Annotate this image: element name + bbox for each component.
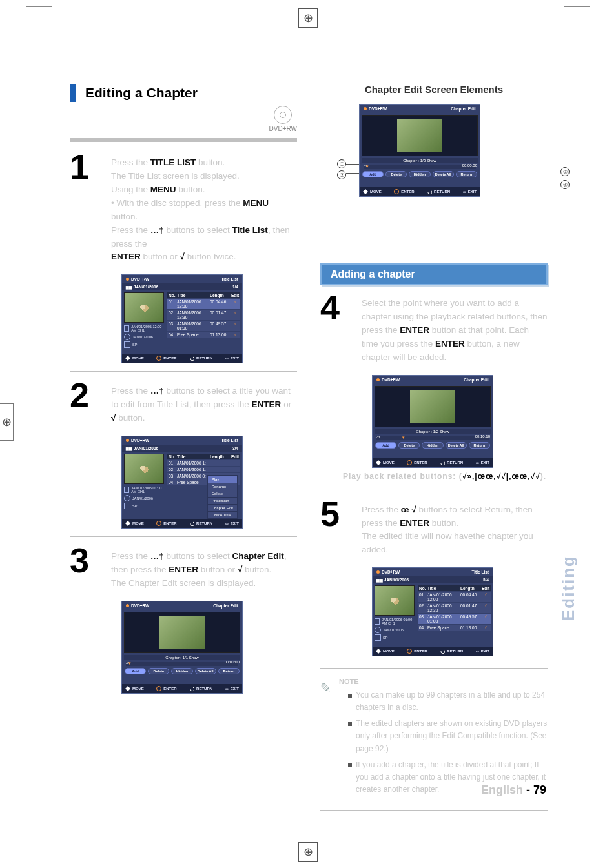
cropmark-bottom: ⊕ xyxy=(298,842,318,862)
svg-marker-8 xyxy=(376,460,381,465)
note-label: NOTE xyxy=(339,676,548,688)
section-heading: Editing a Chapter xyxy=(70,84,297,102)
divider xyxy=(320,490,548,490)
screenshot-chapter-edit: DVD+RW Chapter Edit Chapter : 1/1 Show ▱… xyxy=(121,601,243,694)
svg-point-3 xyxy=(157,521,161,526)
divider xyxy=(320,254,548,254)
chapter-edit-elements-diagram: ① ② ③ ④ DVD+RW Chapter Edit Ch xyxy=(359,104,548,197)
svg-point-1 xyxy=(157,356,161,361)
disc-badge-label: DVD+RW xyxy=(269,125,297,132)
heading-bar xyxy=(70,84,76,102)
divider: DVD+RW xyxy=(70,138,297,142)
step-4-number: 4 xyxy=(320,292,350,365)
note-list: You can make up to 99 chapters in a titl… xyxy=(339,689,548,796)
playhead-icon: ▾ xyxy=(128,661,131,666)
corner-top-left xyxy=(26,6,52,33)
panel-thumbnail xyxy=(124,454,164,484)
step-2: 2 Press the …† buttons to select a title… xyxy=(70,379,297,425)
divider xyxy=(320,810,548,811)
step-2-number: 2 xyxy=(70,379,99,425)
callout-4: ④ xyxy=(560,180,570,189)
step-4-text: Select the point where you want to add a… xyxy=(362,292,548,365)
svg-marker-2 xyxy=(125,521,130,526)
panel-table: No. Title Length Edit 01JAN/01/2006 12:0… xyxy=(167,292,240,348)
svg-point-11 xyxy=(407,649,412,654)
step-1-text: Press the TITLE LIST button. The Title L… xyxy=(111,151,297,264)
svg-marker-0 xyxy=(125,356,130,361)
subsection-banner: Adding a chapter xyxy=(320,263,548,285)
panel-counter: 1/4 xyxy=(232,285,238,289)
note-item: You can make up to 99 chapters in a titl… xyxy=(348,689,548,714)
panel-date: ▆▆ JAN/01/2006 xyxy=(126,285,158,289)
playback-symbols: Play back related buttons: (√»,|œœ,√√|,œ… xyxy=(320,469,548,482)
page-content: Editing a Chapter DVD+RW 1 Press the TIT… xyxy=(70,84,548,818)
pill-row: Add Delete Hidden Delete All Return xyxy=(125,668,240,674)
step-2-text: Press the …† buttons to select a title y… xyxy=(111,379,297,425)
screenshot-title-list-final: DVD+RW Title List ▆▆ JAN/01/2006 3/4 JAN… xyxy=(372,567,493,656)
screenshot-title-list-popup: DVD+RW Title List ▆▆ JAN/01/2006 3/4 JAN… xyxy=(121,436,243,529)
callout-2: ② xyxy=(337,170,346,179)
divider xyxy=(70,371,297,372)
step-1-number: 1 xyxy=(70,151,99,264)
context-menu: Play Rename Delete Protection Chapter Ed… xyxy=(207,475,238,520)
return-hint: RETURN xyxy=(189,356,212,361)
cropmark-left: ⊕ xyxy=(0,403,14,441)
panel-meta: JAN/01/2006 12:00 AM CH1 JAN/01/2006 SP xyxy=(124,323,165,348)
disc-icon xyxy=(274,106,292,124)
svg-marker-6 xyxy=(363,189,368,194)
page-footer: English - 79 xyxy=(481,783,546,797)
enter-hint: ENTER xyxy=(156,356,176,361)
callout-3: ③ xyxy=(560,167,570,176)
panel-thumbnail xyxy=(124,292,164,323)
note-icon: ✎ xyxy=(320,676,331,800)
svg-point-9 xyxy=(407,460,412,465)
svg-marker-10 xyxy=(376,649,381,654)
note-item: The edited chapters are shown on existin… xyxy=(348,718,548,755)
step-3-number: 3 xyxy=(70,545,99,590)
step-4: 4 Select the point where you want to add… xyxy=(320,292,548,365)
screenshot-chapter-edit-2: DVD+RW Chapter Edit Chapter : 1/2 Show ▱… xyxy=(372,375,493,468)
cropmark-top: ⊕ xyxy=(298,8,318,28)
screenshot-title-list-1: DVD+RW Title List ▆▆ JAN/01/2006 1/4 JAN… xyxy=(121,274,243,363)
svg-point-7 xyxy=(395,190,399,194)
disc-badge: DVD+RW xyxy=(269,106,297,133)
step-3: 3 Press the …† buttons to select Chapter… xyxy=(70,545,297,590)
exit-hint: ▭EXIT xyxy=(225,356,239,360)
note-block: ✎ NOTE You can make up to 99 chapters in… xyxy=(320,676,548,800)
step-5: 5 Press the œ √ buttons to select Return… xyxy=(320,498,548,558)
callout-1: ① xyxy=(337,159,346,168)
divider xyxy=(320,668,548,669)
step-3-text: Press the …† buttons to select Chapter E… xyxy=(111,545,297,590)
left-column: Editing a Chapter DVD+RW 1 Press the TIT… xyxy=(70,84,297,818)
corner-top-right xyxy=(564,6,590,33)
move-hint: MOVE xyxy=(125,356,144,361)
side-tab: Editing xyxy=(559,555,579,621)
step-1: 1 Press the TITLE LIST button. The Title… xyxy=(70,151,297,264)
step-5-text: Press the œ √ buttons to select Return, … xyxy=(362,498,548,558)
panel-disc-label: DVD+RW xyxy=(126,277,149,281)
timecode: 00:00:00 xyxy=(225,660,240,664)
section-title: Editing a Chapter xyxy=(85,85,198,101)
right-column: Chapter Edit Screen Elements ① ② ③ ④ DVD xyxy=(320,84,548,818)
ce-elements-title: Chapter Edit Screen Elements xyxy=(320,84,548,95)
step-5-number: 5 xyxy=(320,498,350,558)
screenshot-chapter-edit-elements: DVD+RW Chapter Edit Chapter : 1/3 Show ▱… xyxy=(359,104,480,197)
chapter-info: Chapter : 1/1 Show xyxy=(124,655,240,660)
svg-point-5 xyxy=(157,686,161,691)
divider xyxy=(70,536,297,537)
panel-footer: MOVE ENTER RETURN ▭EXIT xyxy=(122,354,242,363)
panel-title: Title List xyxy=(221,277,238,281)
svg-marker-4 xyxy=(125,686,130,691)
